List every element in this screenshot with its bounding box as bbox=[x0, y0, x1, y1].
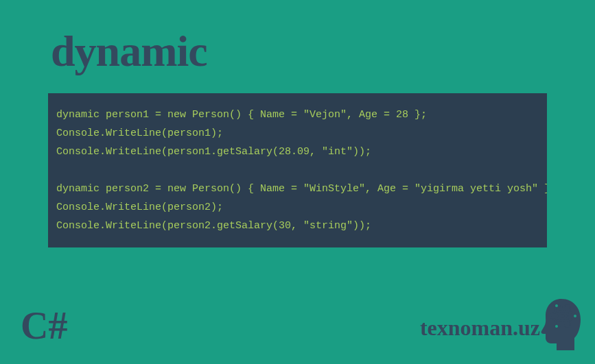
page-title: dynamic bbox=[51, 26, 595, 77]
code-line-2: Console.WriteLine(person1); bbox=[56, 124, 539, 143]
language-label: C# bbox=[21, 304, 67, 348]
svg-point-6 bbox=[555, 304, 558, 307]
code-line-4 bbox=[56, 161, 539, 180]
code-line-3: Console.WriteLine(person1.getSalary(28.0… bbox=[56, 143, 539, 161]
code-line-7: Console.WriteLine(person2.getSalary(30, … bbox=[56, 217, 539, 235]
svg-point-4 bbox=[574, 315, 576, 317]
code-block: dynamic person1 = new Person() { Name = … bbox=[48, 93, 547, 247]
code-line-1: dynamic person1 = new Person() { Name = … bbox=[56, 106, 539, 124]
code-line-5: dynamic person2 = new Person() { Name = … bbox=[56, 180, 539, 198]
logo-icon bbox=[537, 295, 585, 350]
code-line-6: Console.WriteLine(person2); bbox=[56, 198, 539, 217]
svg-point-5 bbox=[555, 325, 558, 328]
svg-point-3 bbox=[561, 314, 565, 318]
site-label: texnoman.uz bbox=[420, 315, 540, 341]
